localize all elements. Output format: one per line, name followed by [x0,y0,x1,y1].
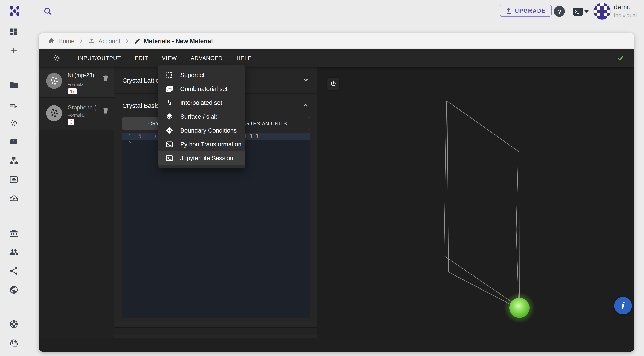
caret-down-icon [584,10,589,13]
material-thumbnail [46,73,62,89]
material-atoms-icon [52,54,61,63]
editor-footer [114,318,317,327]
materials-atoms-icon[interactable] [9,119,18,128]
advanced-dropdown-menu: Supercell Combinatorial set Interpolated… [158,66,245,168]
avatar-identicon[interactable] [594,3,610,20]
formula-label: Formula: [68,82,102,87]
workflows-tree-icon[interactable] [9,156,18,165]
material-thumbnail [46,105,62,121]
menu-item-combinatorial-set[interactable]: Combinatorial set [158,82,245,96]
structure-viewer[interactable]: i [318,67,634,338]
chevron-up-icon[interactable] [302,102,309,108]
help-icon: ? [558,8,561,15]
folder-icon[interactable] [9,80,18,90]
designer-window: Home Account Materials - New Material IN… [39,33,634,352]
directions-diamond-icon [166,126,173,134]
menu-view[interactable]: VIEW [162,55,177,61]
delete-material-button[interactable] [102,74,110,82]
media-cloud-icon[interactable] [9,175,18,184]
upgrade-label: UPGRADE [515,8,546,14]
add-icon[interactable] [9,46,18,55]
token-coords: 1 1 1 [244,133,259,140]
material-name[interactable]: Graphene (… [68,104,102,111]
menu-edit[interactable]: EDIT [135,55,148,61]
materials-list-panel: Ni (mp-23) Formula: Ni [39,67,114,338]
home-icon [48,37,55,44]
formula-label: Formula: [68,112,102,118]
help-button[interactable]: ? [554,6,565,17]
upgrade-button[interactable]: UPGRADE [500,4,552,17]
info-icon: i [622,300,624,312]
menu-item-supercell[interactable]: Supercell [158,68,245,82]
breadcrumb-current: Materials - New Material [134,38,213,44]
support-icon[interactable] [9,338,18,348]
app-root: UPGRADE ? demo Individual [0,0,644,356]
upload-icon [506,8,512,14]
menu-item-jupyterlite-session[interactable]: JupyterLite Session [158,151,245,165]
menu-item-surface-slab[interactable]: Surface / slab [158,110,245,123]
share-icon[interactable] [9,266,18,276]
pencil-icon [134,38,140,44]
menu-advanced[interactable]: ADVANCED [191,55,223,61]
entity-one-icon[interactable]: 1 [9,137,18,146]
material-item-ni[interactable]: Ni (mp-23) Formula: Ni [39,67,114,98]
rail-divider [9,308,19,309]
search-icon[interactable] [43,7,52,16]
power-icon [330,80,336,87]
menubar: INPUT/OUTPUT EDIT VIEW ADVANCED HELP [39,49,634,67]
save-check-button[interactable] [616,54,625,62]
team-icon[interactable] [9,248,18,256]
breadcrumb-account[interactable]: Account [88,37,120,44]
rail-divider [9,64,19,64]
formula-chip: C [68,119,74,125]
console-menu-button[interactable] [573,7,589,16]
library-add-icon [166,85,173,92]
jobs-list-icon[interactable] [9,100,18,110]
token-paren: ( [154,133,157,140]
material-item-graphene[interactable]: Graphene (… Formula: C [39,98,114,130]
info-button[interactable]: i [614,297,632,314]
breadcrumb-home[interactable]: Home [48,37,74,44]
menu-item-python-transformation[interactable]: Python Transformation [158,137,245,151]
check-icon [616,54,625,62]
unit-cell-wireframe [318,67,634,338]
nickel-atom [510,298,530,318]
layers-icon [166,112,173,120]
supercell-grid-icon [166,71,173,78]
menu-input-output[interactable]: INPUT/OUTPUT [78,55,121,61]
cloud-upload-icon[interactable] [9,194,18,203]
formula-chip: Ni [68,88,77,94]
menu-item-interpolated-set[interactable]: Interpolated set [158,96,245,110]
bank-icon[interactable] [9,228,18,238]
chevron-right-icon [78,38,84,44]
menu-item-boundary-conditions[interactable]: Boundary Conditions [158,123,245,137]
content-row: Ni (mp-23) Formula: Ni [39,67,634,338]
chevron-down-icon[interactable] [302,77,309,84]
user-plan: Individual [614,12,637,18]
delete-material-button[interactable] [102,106,110,115]
swap-vert-icon [166,99,173,106]
power-toggle-button[interactable] [327,78,339,90]
material-name[interactable]: Ni (mp-23) [68,72,102,80]
menu-help[interactable]: HELP [236,55,252,61]
window-footer [39,338,634,352]
editor-footer-edge [114,327,317,335]
terminal-icon [166,140,173,148]
help-ring-icon[interactable] [9,320,18,329]
globe-icon[interactable] [9,285,18,294]
breadcrumb: Home Account Materials - New Material [39,33,634,49]
dashboard-icon[interactable] [9,27,18,36]
svg-text:1: 1 [12,140,15,144]
rail-divider [9,218,19,218]
terminal-icon [166,154,173,162]
console-icon [573,7,583,16]
person-icon [88,37,95,44]
chevron-right-icon [124,38,130,44]
app-logo-icon[interactable] [8,5,21,18]
token-element: Ni [138,133,144,140]
user-name[interactable]: demo [614,3,630,11]
